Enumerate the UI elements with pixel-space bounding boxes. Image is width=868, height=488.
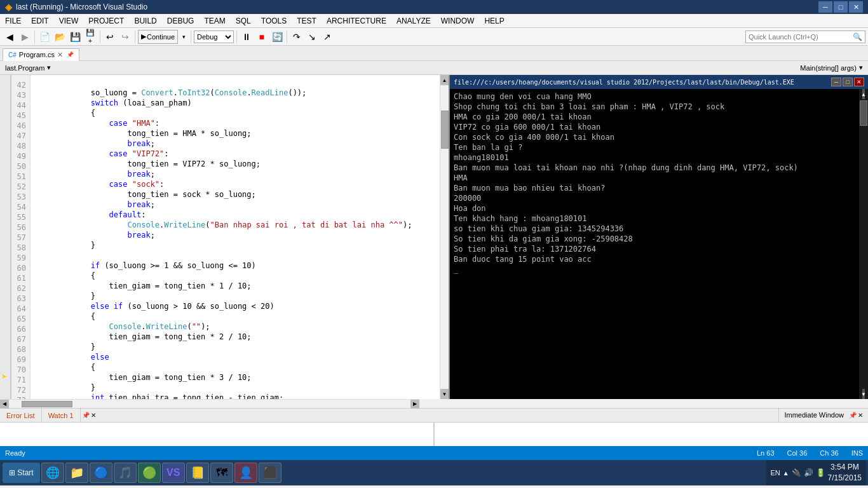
code-content[interactable]: so_luong = Convert.ToInt32(Console.ReadL… [31,75,440,399]
save-all-button[interactable]: 💾+ [83,30,97,44]
menu-edit[interactable]: EDIT [26,14,53,27]
menu-analyze[interactable]: ANALYZE [391,14,436,27]
up-arrow-icon[interactable]: ▲ [783,470,789,477]
continue-dropdown[interactable]: ▾ [179,30,188,44]
immediate-close-button[interactable]: ✕ [858,412,863,419]
step-over-button[interactable]: ↷ [290,30,304,44]
class-dropdown[interactable]: last.Program ▾ [3,61,53,74]
continue-label: Continue [147,33,175,41]
separator-6 [287,30,287,43]
taskbar-map-icon[interactable]: 🗺 [210,463,233,483]
taskbar-music-icon[interactable]: 🎵 [114,463,137,483]
scroll-left-button[interactable]: ◀ [0,400,9,409]
console-title-text: file:///c:/users/hoang/documents/visual … [454,79,794,86]
console-title-bar: file:///c:/users/hoang/documents/visual … [450,75,868,89]
breakpoint-gutter[interactable]: ➤ [0,75,11,399]
scroll-up-button[interactable]: ▲ [440,75,449,85]
tab-programcs[interactable]: C# Program.cs ✕ 📌 [3,48,79,61]
maximize-button[interactable]: □ [834,1,848,13]
bottom-close-button[interactable]: ✕ [91,412,96,419]
forward-button[interactable]: ▶ [18,30,32,44]
console-maximize-button[interactable]: □ [843,78,853,86]
menu-window[interactable]: WINDOW [436,14,480,27]
scroll-thumb[interactable] [441,111,449,149]
separator-1 [34,30,35,43]
clock[interactable]: 3:54 PM 7/15/2015 [828,462,862,484]
new-file-button[interactable]: 📄 [37,30,51,44]
console-close-button[interactable]: ✕ [854,78,864,86]
h-scroll-track[interactable] [9,401,410,407]
console-scrollbar[interactable]: ▲ ▼ [859,89,868,399]
menu-project[interactable]: PROJECT [83,14,129,27]
immediate-pin-button[interactable]: 📌 [849,412,857,419]
language-indicator: EN [770,469,780,477]
scroll-down-button[interactable]: ▼ [440,389,449,399]
bottom-tab-controls: 📌 ✕ [82,412,96,419]
start-label: Start [17,468,33,477]
console-scroll-down[interactable]: ▼ [862,389,865,399]
save-button[interactable]: 💾 [68,30,82,44]
taskbar-vs-icon[interactable]: VS [162,463,185,483]
status-ln: Ln 63 [757,449,775,457]
bottom-pin-button[interactable]: 📌 [82,412,90,419]
error-list-label: Error List [6,412,35,419]
menu-file[interactable]: FILE [0,14,26,27]
taskbar-media-icon[interactable]: 🔵 [90,463,112,483]
configuration-select[interactable]: Debug Release [194,30,234,43]
bottom-content [0,423,868,446]
immediate-window-title: Immediate Window 📌 ✕ [778,409,868,423]
back-button[interactable]: ◀ [3,30,17,44]
start-button[interactable]: ⊞ Start [3,463,40,483]
menu-tools[interactable]: TOOLS [256,14,292,27]
tab-close-button[interactable]: ✕ [57,51,63,59]
code-horizontal-scrollbar[interactable]: ◀ ▶ [0,399,419,408]
h-scroll-thumb[interactable] [22,401,72,407]
pause-button[interactable]: ⏸ [240,30,254,44]
taskbar-book-icon[interactable]: 📒 [186,463,209,483]
bottom-tabs: Error List Watch 1 📌 ✕ Immediate Window … [0,409,868,423]
stop-button[interactable]: ■ [255,30,269,44]
console-content: Chao mung den voi cua hang MMO Shop chun… [450,89,859,399]
console-minimize-button[interactable]: ─ [831,78,841,86]
menu-help[interactable]: HELP [479,14,509,27]
menu-build[interactable]: BUILD [129,14,161,27]
console-scroll-track[interactable] [860,99,867,389]
menu-test[interactable]: TEST [292,14,322,27]
menu-debug[interactable]: DEBUG [162,14,200,27]
console-scroll-up[interactable]: ▲ [862,89,865,99]
taskbar-ie-icon[interactable]: 🌐 [41,463,64,483]
menu-team[interactable]: TEAM [199,14,230,27]
search-icon: 🔍 [853,32,862,41]
volume-icon[interactable]: 🔊 [804,468,813,477]
taskbar-green-icon[interactable]: 🟢 [138,463,161,483]
menu-architecture[interactable]: ARCHITECTURE [322,14,391,27]
open-file-button[interactable]: 📂 [53,30,67,44]
watch1-label: Watch 1 [48,412,74,419]
console-controls: ─ □ ✕ [831,78,864,86]
step-out-button[interactable]: ↗ [320,30,334,44]
watch1-tab[interactable]: Watch 1 [42,409,81,422]
undo-button[interactable]: ↩ [103,30,117,44]
error-list-tab[interactable]: Error List [0,409,42,422]
immediate-panel[interactable] [434,423,868,446]
taskbar-terminal-icon[interactable]: ⬛ [259,463,281,483]
pin-tab-icon[interactable]: 📌 [67,51,74,58]
minimize-button[interactable]: ─ [818,1,832,13]
taskbar-explorer-icon[interactable]: 📁 [65,463,88,483]
redo-button[interactable]: ↪ [118,30,132,44]
restart-button[interactable]: 🔄 [270,30,284,44]
method-dropdown[interactable]: Main(string[] args) ▾ [797,61,865,74]
step-into-button[interactable]: ↘ [305,30,319,44]
menu-sql[interactable]: SQL [231,14,256,27]
continue-button[interactable]: ▶ Continue [138,30,178,44]
scroll-track[interactable] [440,85,449,389]
scroll-right-button[interactable]: ▶ [410,400,419,409]
console-scroll-thumb[interactable] [860,100,867,126]
code-scrollbar[interactable]: ▲ ▼ [440,75,449,399]
taskbar-user-icon[interactable]: 👤 [234,463,257,483]
quick-launch-input[interactable] [749,33,850,41]
class-dropdown-arrow: ▾ [47,64,51,72]
tab-bar: C# Program.cs ✕ 📌 [0,46,868,61]
close-button[interactable]: ✕ [849,1,863,13]
menu-view[interactable]: VIEW [54,14,84,27]
